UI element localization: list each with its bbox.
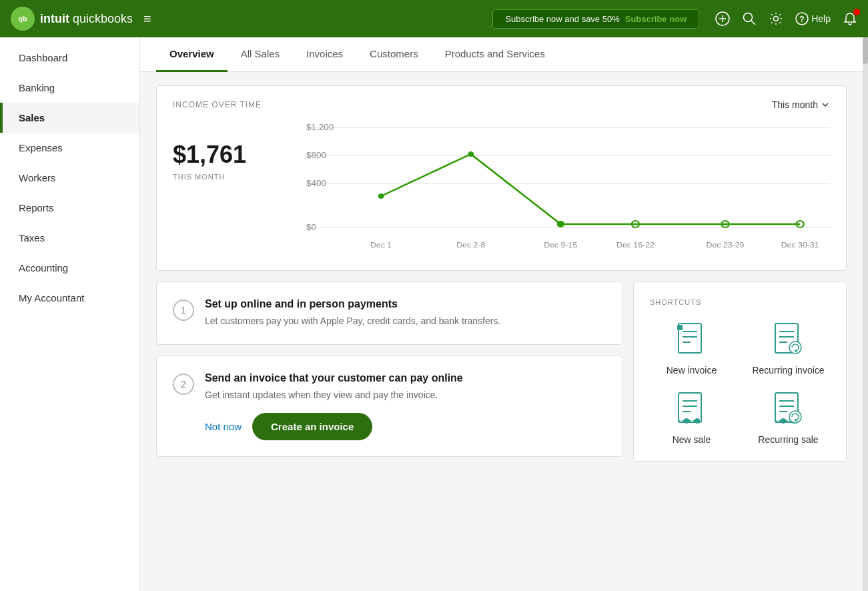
svg-line-4 (751, 21, 755, 25)
sidebar-item-dashboard[interactable]: Dashboard (0, 43, 139, 73)
sidebar-item-accounting[interactable]: Accounting (0, 253, 139, 283)
nav-icons: ? Help (715, 11, 857, 26)
promo-banner: Subscribe now and save 50% Subscribe now (492, 9, 699, 29)
help-label: Help (811, 13, 831, 24)
sidebar-item-expenses[interactable]: Expenses (0, 133, 139, 163)
recurring-invoice-icon (769, 320, 809, 360)
chart-title: INCOME OVER TIME (173, 100, 262, 109)
svg-text:?: ? (800, 15, 805, 24)
help-button[interactable]: ? Help (795, 12, 831, 25)
shortcut-new-sale[interactable]: New sale (650, 389, 733, 445)
steps-column: 1 Set up online and in person payments L… (156, 281, 622, 462)
svg-text:$0: $0 (306, 223, 316, 232)
tab-products-services[interactable]: Products and Services (432, 37, 558, 72)
shortcuts-column: SHORTCUTS (633, 281, 847, 462)
hamburger-menu-icon[interactable]: ≡ (143, 11, 151, 27)
svg-text:Dec 23-29: Dec 23-29 (707, 241, 745, 249)
new-sale-icon (672, 389, 712, 429)
svg-text:Dec 30-31: Dec 30-31 (781, 241, 819, 249)
chart-filter-dropdown[interactable]: This month (772, 99, 830, 110)
step-number-1: 1 (173, 300, 194, 321)
sidebar-item-banking[interactable]: Banking (0, 73, 139, 103)
sidebar-item-taxes[interactable]: Taxes (0, 223, 139, 253)
step-title-2: Send an invoice that your customer can p… (205, 372, 463, 384)
sidebar-item-sales[interactable]: Sales (0, 103, 139, 133)
tab-all-sales[interactable]: All Sales (228, 37, 293, 72)
svg-text:Dec 16-22: Dec 16-22 (616, 241, 655, 249)
tab-invoices[interactable]: Invoices (293, 37, 356, 72)
sidebar-item-reports[interactable]: Reports (0, 193, 139, 223)
svg-text:$400: $400 (306, 179, 326, 188)
shortcuts-card: SHORTCUTS (633, 281, 847, 462)
chart-filter-label: This month (772, 99, 818, 110)
chart-svg: $1,200 $800 $400 $0 (306, 121, 830, 254)
svg-point-5 (774, 17, 779, 21)
new-sale-label: New sale (673, 434, 711, 445)
svg-rect-32 (677, 325, 683, 330)
sidebar: Dashboard Banking Sales Expenses Workers… (0, 37, 140, 591)
add-icon[interactable] (715, 11, 730, 26)
recurring-sale-label: Recurring sale (758, 434, 818, 445)
logo[interactable]: qb intuit quickbooks (11, 7, 133, 31)
chart-amount-label: THIS MONTH (173, 173, 306, 181)
notifications-icon[interactable] (843, 11, 857, 26)
shortcut-new-invoice[interactable]: New invoice (650, 320, 733, 376)
svg-point-16 (378, 193, 384, 199)
chart-header: INCOME OVER TIME This month (173, 99, 830, 110)
create-invoice-button[interactable]: Create an invoice (252, 413, 372, 440)
step-title-1: Set up online and in person payments (205, 298, 500, 310)
not-now-button[interactable]: Not now (205, 421, 242, 432)
chart-graph: $1,200 $800 $400 $0 (306, 121, 830, 257)
search-icon[interactable] (742, 11, 757, 26)
new-invoice-label: New invoice (667, 365, 717, 376)
sidebar-item-my-accountant[interactable]: My Accountant (0, 283, 139, 313)
svg-text:Dec 1: Dec 1 (370, 241, 392, 249)
svg-point-17 (468, 151, 474, 157)
tab-customers[interactable]: Customers (356, 37, 432, 72)
step-number-2: 2 (173, 374, 194, 395)
content-area: Overview All Sales Invoices Customers Pr… (140, 37, 863, 591)
svg-text:Dec 2-8: Dec 2-8 (456, 241, 485, 249)
income-chart-card: INCOME OVER TIME This month $1,761 THIS … (156, 85, 847, 271)
scrollbar-thumb[interactable] (863, 37, 868, 64)
svg-text:$800: $800 (306, 151, 326, 160)
chart-body: $1,761 THIS MONTH $1,200 $800 (173, 121, 830, 257)
new-invoice-icon (672, 320, 712, 360)
sidebar-item-workers[interactable]: Workers (0, 163, 139, 193)
shortcuts-grid: New invoice (650, 320, 830, 445)
bottom-section: 1 Set up online and in person payments L… (156, 281, 847, 462)
step-actions-2: Not now Create an invoice (205, 413, 463, 440)
step-desc-1: Let customers pay you with Apple Pay, cr… (205, 314, 500, 328)
recurring-sale-icon (769, 389, 809, 429)
step-content-2: Send an invoice that your customer can p… (205, 372, 463, 440)
chart-amount: $1,761 THIS MONTH (173, 121, 306, 257)
svg-point-3 (744, 13, 753, 22)
svg-point-18 (557, 221, 564, 227)
step-card-2: 2 Send an invoice that your customer can… (156, 356, 622, 457)
shortcuts-title: SHORTCUTS (650, 298, 830, 306)
svg-text:$1,200: $1,200 (306, 123, 334, 132)
step-content-1: Set up online and in person payments Let… (205, 298, 500, 328)
scrollbar-track[interactable] (863, 37, 868, 591)
promo-text: Subscribe now and save 50% (505, 14, 619, 24)
step-card-1: 1 Set up online and in person payments L… (156, 281, 622, 345)
shortcut-recurring-invoice[interactable]: Recurring invoice (747, 320, 830, 376)
shortcut-recurring-sale[interactable]: Recurring sale (747, 389, 830, 445)
svg-text:Dec 9-15: Dec 9-15 (544, 241, 577, 249)
inner-content: INCOME OVER TIME This month $1,761 THIS … (140, 72, 863, 475)
tabs-bar: Overview All Sales Invoices Customers Pr… (140, 37, 863, 72)
notification-badge (853, 9, 860, 15)
tab-overview[interactable]: Overview (156, 37, 228, 72)
chart-amount-value: $1,761 (173, 141, 306, 169)
logo-icon: qb (11, 7, 35, 31)
logo-text: intuit quickbooks (40, 12, 133, 26)
main-layout: Dashboard Banking Sales Expenses Workers… (0, 37, 868, 591)
svg-rect-38 (679, 393, 701, 422)
subscribe-link[interactable]: Subscribe now (625, 14, 687, 24)
settings-icon[interactable] (769, 11, 783, 26)
recurring-invoice-label: Recurring invoice (752, 365, 824, 376)
top-navigation: qb intuit quickbooks ≡ Subscribe now and… (0, 0, 868, 37)
step-desc-2: Get instant updates when they view and p… (205, 388, 463, 402)
